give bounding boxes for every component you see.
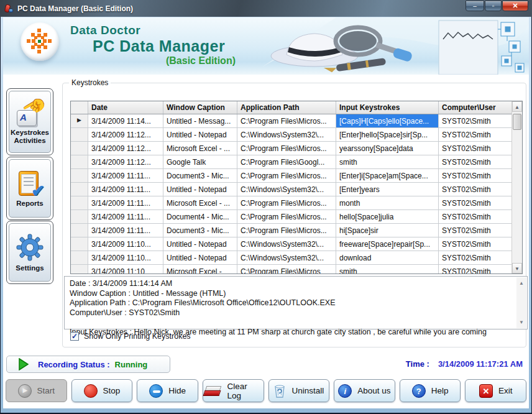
table-cell [71, 169, 88, 182]
app-icon [4, 4, 14, 14]
help-button[interactable]: ? Help [400, 379, 461, 402]
play-icon [18, 358, 29, 370]
table-cell: Untitled - Notepad [163, 251, 237, 264]
window-frame: Data Doctor PC Data Manager (Basic Editi… [1, 17, 531, 413]
keystroke-detail-panel[interactable]: Date : 3/14/2009 11:14:14 AMWindow Capti… [64, 276, 528, 329]
table-cell: Microsoft Excel - [163, 265, 237, 274]
table-row[interactable]: 3/14/2009 11:10...Untitled - NotepadC:\W… [71, 237, 522, 251]
scroll-up-icon[interactable]: ▲ [512, 101, 522, 112]
table-row[interactable]: 3/14/2009 11:11...Microsoft Excel - ...C… [71, 196, 522, 210]
table-cell: C:\Program Files\Micros... [237, 196, 336, 209]
table-cell: C:\Windows\System32\... [237, 128, 336, 141]
table-cell: Untitled - Notepad [163, 183, 237, 196]
hide-button[interactable]: Hide [137, 379, 198, 402]
start-icon [18, 384, 32, 398]
table-cell: SYST02\Smith [439, 265, 513, 274]
scrollbar-thumb[interactable] [513, 114, 521, 130]
minimize-button[interactable]: – [466, 1, 484, 11]
table-vertical-scrollbar[interactable]: ▲ ▼ [511, 101, 522, 274]
table-row[interactable]: 3/14/2009 11:10...Untitled - NotepadC:\W… [71, 251, 522, 265]
maximize-button[interactable]: ▫ [485, 1, 502, 11]
close-button[interactable]: ✕ [502, 1, 528, 11]
sidebar-item-label: Settings [16, 264, 44, 272]
table-cell: SYST02\Smith [439, 128, 513, 141]
table-cell [71, 128, 88, 141]
column-header-input-keystrokes[interactable]: Input Keystrokes [336, 101, 439, 114]
keystrokes-table: Date Window Caption Application Path Inp… [70, 101, 523, 274]
sidebar-item-label: Keystrokes Activities [11, 129, 49, 145]
time-label: Time : [406, 359, 429, 369]
scroll-down-icon[interactable]: ▼ [512, 263, 522, 274]
recording-status-value: Running [115, 360, 148, 369]
table-cell: SYST02\Smith [439, 142, 513, 155]
sidebar-item-settings[interactable]: Settings [6, 221, 53, 284]
table-cell: download [336, 251, 439, 264]
table-cell: 3/14/2009 11:12... [88, 155, 163, 168]
exit-button[interactable]: ✕ Exit [465, 379, 526, 402]
time-row: Time : 3/14/2009 11:17:21 AM [406, 359, 523, 369]
info-icon: i [338, 384, 352, 398]
sidebar-item-keystrokes-activities[interactable]: A ☝ Keystrokes Activities [6, 88, 53, 155]
table-cell: C:\Program Files\Micros [237, 265, 336, 274]
table-row[interactable]: 3/14/2009 11:12...Google TalkC:\Program … [71, 155, 522, 169]
title-bar: PC Data Manager (Basic Edition) – ▫ ✕ [0, 0, 532, 17]
table-cell: C:\Windows\System32\... [237, 237, 336, 251]
table-row[interactable]: 3/14/2009 11:12...Untitled - NotepadC:\W… [71, 128, 522, 142]
stop-button[interactable]: Stop [71, 379, 133, 402]
table-row[interactable]: 3/14/2009 11:10Microsoft Excel - C:\Prog… [71, 265, 522, 274]
table-cell: SYST02\Smith [439, 155, 513, 168]
table-cell: C:\Windows\System32\... [237, 183, 336, 196]
table-cell: C:\Program Files\Micros... [237, 169, 336, 182]
table-cell: SYST02\Smith [439, 224, 513, 237]
stop-icon [84, 384, 98, 398]
table-row[interactable]: 3/14/2009 11:11...Document3 - Mic...C:\P… [71, 169, 522, 183]
column-header-date[interactable]: Date [88, 101, 163, 114]
table-cell [71, 155, 88, 168]
window-title: PC Data Manager (Basic Edition) [17, 4, 466, 13]
sidebar-item-reports[interactable]: ✔ Reports [6, 157, 53, 220]
table-cell [71, 265, 88, 274]
table-row[interactable]: 3/14/2009 11:11...Document3 - Mic...C:\P… [71, 224, 522, 237]
table-row[interactable]: 3/14/2009 11:11...Document4 - Mic...C:\P… [71, 210, 522, 224]
keystrokes-group-label: Keystrokes [69, 78, 111, 87]
table-cell: SYST02\Smith [439, 251, 513, 264]
table-cell: C:\Windows\System32\... [237, 251, 336, 264]
uninstall-button[interactable]: Uninstall [268, 379, 330, 402]
about-us-button[interactable]: i About us [334, 379, 395, 402]
clear-log-button[interactable]: Clear Log [203, 379, 264, 402]
show-only-printing-row[interactable]: ✓ Show Only Printing Keystrokes [70, 332, 191, 341]
exit-icon: ✕ [479, 384, 493, 398]
column-header-computer-user[interactable]: Computer\User [439, 101, 513, 114]
table-cell: 3/14/2009 11:12... [88, 128, 163, 141]
start-button[interactable]: Start [6, 379, 67, 402]
column-header-window-caption[interactable]: Window Caption [163, 101, 237, 114]
recording-status-label: Recording Status : [38, 360, 110, 369]
report-clipboard-icon: ✔ [17, 170, 42, 197]
table-cell [71, 237, 88, 251]
table-cell: SYST02\Smith [439, 169, 513, 182]
table-cell: 3/14/2009 11:11... [88, 183, 163, 196]
table-cell: SYST02\Smith [439, 210, 513, 223]
table-header-row: Date Window Caption Application Path Inp… [71, 101, 522, 114]
table-cell: Document3 - Mic... [163, 224, 237, 237]
table-cell: smith [336, 265, 439, 274]
detail-line: Computer\User : SYST02\Smith [70, 308, 513, 318]
table-cell: Untitled - Notepad [163, 128, 237, 141]
scroll-up-icon[interactable]: ▲ [516, 278, 526, 288]
table-row[interactable]: 3/14/2009 11:11...Untitled - NotepadC:\W… [71, 183, 522, 196]
hide-icon [149, 384, 163, 398]
table-cell [71, 196, 88, 209]
show-only-printing-checkbox[interactable]: ✓ [70, 332, 79, 341]
scroll-down-icon[interactable]: ▼ [516, 318, 526, 328]
table-row[interactable]: ▶3/14/2009 11:14...Untitled - Messag...C… [71, 114, 522, 128]
table-cell: [Enter]i[Space]am[Space... [336, 169, 439, 182]
table-cell: smith [336, 155, 439, 168]
detail-line: Window Caption : Untitled - Message (HTM… [70, 289, 513, 299]
column-header-application-path[interactable]: Application Path [237, 101, 336, 114]
table-cell: Microsoft Excel - ... [163, 142, 237, 155]
table-cell: [Enter]hello[Space]sir[Sp... [336, 128, 439, 141]
brand-line3: (Basic Edition) [70, 55, 236, 67]
table-cell: C:\Program Files\Micros... [237, 210, 336, 223]
table-row[interactable]: 3/14/2009 11:12...Microsoft Excel - ...C… [71, 142, 522, 155]
detail-scrollbar[interactable]: ▲ ▼ [516, 277, 526, 328]
